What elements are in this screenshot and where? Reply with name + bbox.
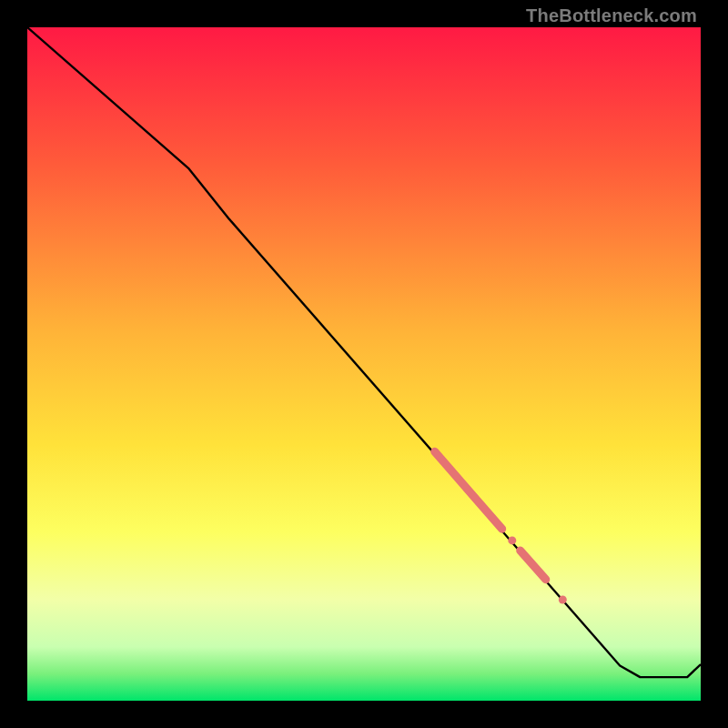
plot-svg [27, 27, 701, 701]
dot-1 [508, 536, 516, 544]
gradient-bg [27, 27, 701, 701]
watermark-text: TheBottleneck.com [526, 5, 697, 26]
dot-2 [559, 596, 567, 604]
plot-area [27, 27, 701, 701]
chart-frame: TheBottleneck.com [0, 0, 728, 728]
